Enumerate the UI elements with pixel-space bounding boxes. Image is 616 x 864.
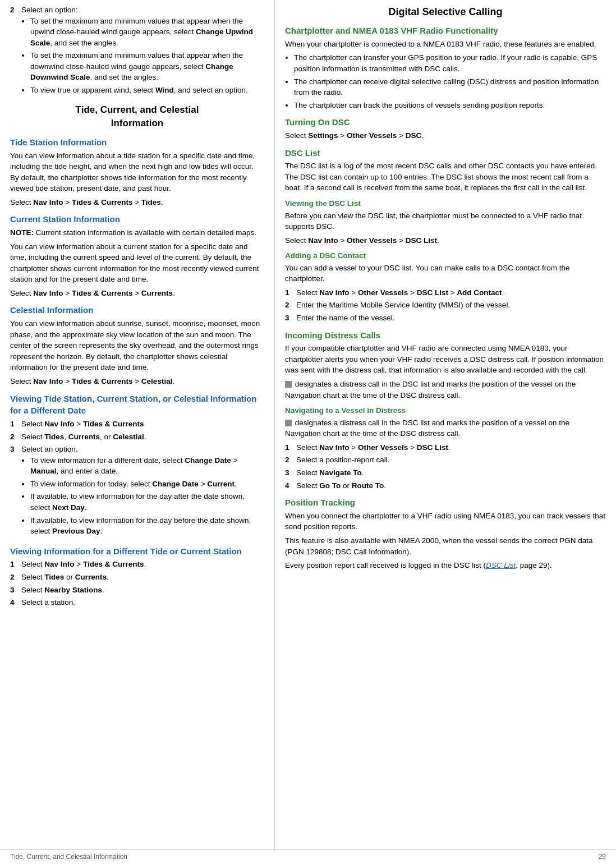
wind-bold: Wind (155, 86, 174, 94)
distress-icon-1 (285, 381, 292, 388)
step-2-row: 2 Select an option: To set the maximum a… (10, 4, 264, 99)
dsc-list-body: The DSC list is a log of the most recent… (285, 160, 606, 194)
diff-step-3: 3 Select Nearby Stations. (10, 585, 264, 596)
celestial-nav: Select Nav Info > Tides & Currents > Cel… (10, 376, 264, 387)
viewing-dsc-heading: Viewing the DSC List (285, 198, 606, 209)
viewing-step-3: 3 Select an option. To view information … (10, 444, 264, 540)
current-station-note: NOTE: Current station information is ava… (10, 227, 264, 238)
navigating-step-2: 2 Select a position-report call. (285, 454, 606, 466)
chartplotter-intro: When your chartplotter is connected to a… (285, 39, 606, 50)
step-2-bullets: To set the maximum and minimum values th… (30, 16, 264, 96)
bullet-upwind: To set the maximum and minimum values th… (30, 16, 264, 49)
change-downwind-bold: Change Downwind Scale (30, 62, 233, 82)
chartplotter-bullet-3: The chartplotter can track the positions… (294, 100, 606, 111)
footer-right: 29 (599, 852, 606, 862)
celestial-body: You can view information about sunrise, … (10, 318, 264, 373)
step-2-intro: Select an option: (21, 6, 78, 14)
diff-step-4: 4 Select a station. (10, 597, 264, 608)
position-tracking-heading: Position Tracking (285, 497, 606, 509)
chartplotter-bullet-1: The chartplotter can transfer your GPS p… (294, 52, 606, 74)
left-column: 2 Select an option: To set the maximum a… (0, 0, 275, 849)
tide-current-celestial-title: Tide, Current, and Celestial Information (10, 103, 264, 131)
current-station-nav: Select Nav Info > Tides & Currents > Cur… (10, 288, 264, 299)
bullet-wind: To view true or apparent wind, select Wi… (30, 85, 264, 96)
page-footer: Tide, Current, and Celestial Information… (0, 849, 616, 864)
step-2-num: 2 (10, 4, 18, 99)
turning-on-dsc-heading: Turning On DSC (285, 116, 606, 128)
distress-icon-2 (285, 420, 292, 426)
viewing-bullets: To view information for a different date… (30, 455, 264, 537)
diff-step-2: 2 Select Tides or Currents. (10, 572, 264, 583)
bullet-downwind: To set the maximum and minimum values th… (30, 50, 264, 83)
adding-step-1: 1 Select Nav Info > Other Vessels > DSC … (285, 287, 606, 298)
adding-step-3: 3 Enter the name of the vessel. (285, 312, 606, 324)
navigating-step-1: 1 Select Nav Info > Other Vessels > DSC … (285, 442, 606, 453)
incoming-heading: Incoming Distress Calls (285, 329, 606, 342)
dsc-list-link[interactable]: DSC List (486, 561, 516, 569)
navigating-heading: Navigating to a Vessel in Distress (285, 405, 606, 416)
step-2-content: Select an option: To set the maximum and… (21, 4, 264, 99)
position-body-1: When you connect the chartplotter to a V… (285, 511, 606, 532)
viewing-dsc-body: Before you can view the DSC list, the ch… (285, 210, 606, 232)
viewing-step-1: 1 Select Nav Info > Tides & Currents. (10, 419, 264, 430)
diff-tide-heading: Viewing Information for a Different Tide… (10, 545, 264, 558)
diff-step-1: 1 Select Nav Info > Tides & Currents. (10, 559, 264, 570)
adding-dsc-body: You can add a vessel to your DSC list. Y… (285, 263, 606, 284)
navigating-note: designates a distress call in the DSC li… (285, 417, 606, 439)
dsc-list-heading: DSC List (285, 147, 606, 159)
celestial-heading: Celestial Information (10, 304, 264, 316)
page-title: Digital Selective Calling (285, 4, 606, 19)
position-body-3: Every position report call received is l… (285, 560, 606, 571)
navigating-step-4: 4 Select Go To or Route To. (285, 480, 606, 491)
chartplotter-bullet-2: The chartplotter can receive digital sel… (294, 76, 606, 98)
incoming-body: If your compatible chartplotter and VHF … (285, 343, 606, 376)
viewing-bullet-3: If available, to view information for th… (30, 491, 264, 513)
viewing-dsc-nav: Select Nav Info > Other Vessels > DSC Li… (285, 235, 606, 246)
chartplotter-heading: Chartplotter and NMEA 0183 VHF Radio Fun… (285, 25, 606, 37)
current-station-body: You can view information about a current… (10, 241, 264, 285)
position-body-2: This feature is also available with NMEA… (285, 535, 606, 557)
viewing-tide-heading: Viewing Tide Station, Current Station, o… (10, 393, 264, 417)
turning-on-dsc-nav: Select Settings > Other Vessels > DSC. (285, 130, 606, 141)
right-column: Digital Selective Calling Chartplotter a… (275, 0, 616, 849)
change-upwind-bold: Change Upwind Scale (30, 27, 253, 47)
tide-station-heading: Tide Station Information (10, 136, 264, 149)
current-station-heading: Current Station Information (10, 213, 264, 226)
tide-station-body: You can view information about a tide st… (10, 150, 264, 194)
adding-dsc-heading: Adding a DSC Contact (285, 250, 606, 261)
viewing-step-2: 2 Select Tides, Currents, or Celestial. (10, 431, 264, 443)
viewing-bullet-1: To view information for a different date… (30, 455, 264, 477)
footer-left: Tide, Current, and Celestial Information (10, 852, 127, 862)
viewing-bullet-2: To view information for today, select Ch… (30, 479, 264, 490)
viewing-bullet-4: If available, to view information for th… (30, 515, 264, 537)
adding-step-2: 2 Enter the Maritime Mobile Service Iden… (285, 300, 606, 311)
incoming-note: designates a distress call in the DSC li… (285, 379, 606, 401)
navigating-step-3: 3 Select Navigate To. (285, 467, 606, 479)
chartplotter-bullets: The chartplotter can transfer your GPS p… (294, 52, 606, 111)
tide-station-nav: Select Nav Info > Tides & Currents > Tid… (10, 197, 264, 208)
